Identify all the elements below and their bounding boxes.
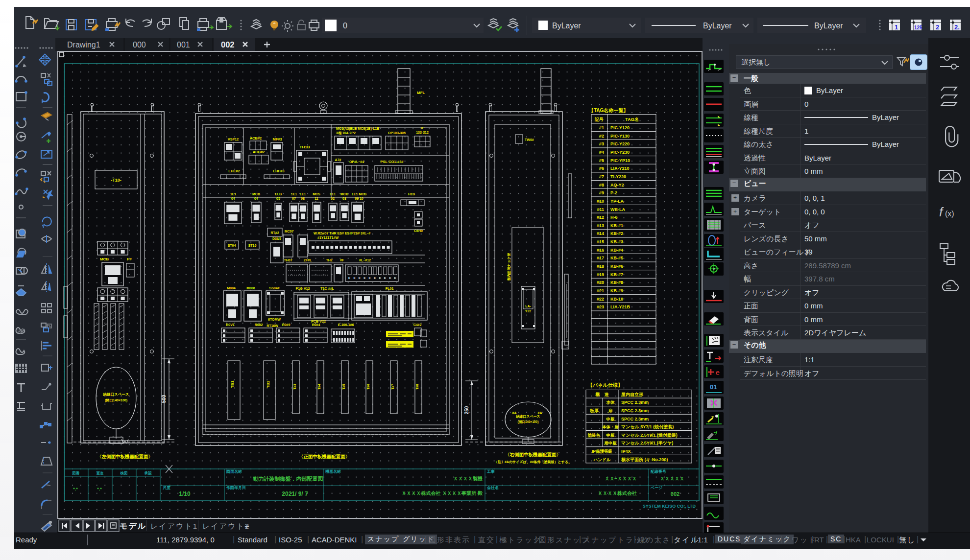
svg-text:ACB#2: ACB#2 [253,150,265,154]
svg-text:レイアウト2: レイアウト2 [202,522,250,530]
svg-text:f: f [939,205,944,219]
svg-text:#6: #6 [599,166,604,171]
svg-text:04: 04 [231,197,235,200]
svg-text:E: E [384,277,386,280]
svg-text:E: E [348,277,350,280]
svg-text:#F: #F [340,258,344,262]
svg-text:E: E [379,277,381,280]
svg-text:#21: #21 [597,288,604,293]
svg-text:125: 125 [914,25,922,30]
svg-text:#5: #5 [599,158,604,163]
svg-text:記号: 記号 [594,117,604,122]
svg-text:T#4: T#4 [317,384,321,390]
svg-text:PSL CO1-#3#: PSL CO1-#3# [381,160,404,164]
svg-text:P-2: P-2 [610,190,617,195]
svg-text:PIC-Y220: PIC-Y220 [610,141,630,146]
svg-text:KB-#4: KB-#4 [610,248,623,253]
svg-text:本体・扉: 本体・扉 [602,424,619,429]
svg-text:KB-#3: KB-#3 [610,239,623,244]
svg-text:MC6(A3)ELB MC6(1B)-L1B: MC6(A3)ELB MC6(1B)-L1B [336,127,379,131]
svg-text:#15: #15 [597,239,604,244]
svg-text:SPCC 2.3mm: SPCC 2.3mm [621,408,649,413]
svg-text:2F#L: 2F#L [304,258,312,262]
svg-text:001: 001 [177,41,190,49]
svg-text:ByLayer: ByLayer [703,22,732,30]
svg-text:MCS: MCS [313,192,320,196]
svg-text:YP-LA: YP-LA [610,199,624,204]
svg-text:T#7: T#7 [391,384,394,390]
svg-text:A7#: A7# [335,158,341,162]
svg-text:SYSTEM KEISO CO;, LTD: SYSTEM KEISO CO;, LTD [643,504,696,509]
svg-text:6TOMW: 6TOMW [268,318,281,321]
svg-text:TH1B: TH1B [300,145,310,149]
svg-text:SPCC 2.3mm: SPCC 2.3mm [621,400,649,405]
svg-text:#3: #3 [599,141,604,146]
svg-text:133-312: 133-312 [416,131,429,134]
svg-text:T#6: T#6 [366,384,370,390]
svg-text:#A: #A [538,411,542,415]
svg-text:塗装色: 塗装色 [587,433,600,438]
svg-text:〈右側面中板機器配置図〉: 〈右側面中板機器配置図〉 [505,452,561,457]
svg-text:マンセル 5Y7/1 (焼付塗装): マンセル 5Y7/1 (焼付塗装) [621,424,674,429]
svg-text:2021/ 9/ 7: 2021/ 9/ 7 [282,490,308,497]
svg-text:機器名称: 機器名称 [325,469,341,474]
svg-text:250: 250 [464,406,469,414]
svg-text:工事: 工事 [486,469,495,474]
svg-text:R002: R002 [255,323,263,327]
svg-text:M006: M006 [246,286,255,290]
svg-text:作図年月日: 作図年月日 [226,486,246,490]
svg-text:ＸＸＸＸ製機: ＸＸＸＸ製機 [453,476,483,481]
svg-text:MCB: MCB [340,192,348,196]
svg-text:(開口140×100): (開口140×100) [518,420,539,424]
svg-text:本体: 本体 [606,400,615,405]
svg-text:VS#12: VS#12 [228,137,239,141]
svg-text:結線口スペース: 結線口スペース [102,392,129,397]
svg-text:ByLayer: ByLayer [552,22,581,30]
svg-text:KB-#7: KB-#7 [610,272,623,277]
svg-text:(開口140×100): (開口140×100) [105,398,127,402]
svg-text:〈正面中板機器配置図〉: 〈正面中板機器配置図〉 [299,454,350,459]
svg-text:板厚: 板厚 [589,408,599,413]
svg-text:#11: #11 [597,207,604,212]
svg-text:#2: #2 [599,134,604,139]
svg-text:#1: #1 [599,125,604,130]
svg-text:LIA-Y21B: LIA-Y21B [610,304,630,309]
svg-text:ＸＸＸＸＸ: ＸＸＸＸＸ [660,476,684,481]
svg-text:KB-#8: KB-#8 [610,280,623,285]
svg-text:E: E [374,277,376,280]
svg-text:#16: #16 [597,248,604,253]
svg-text:C4#2: C4#2 [413,323,422,327]
svg-text:T#3: T#3 [293,384,296,390]
svg-text:LHE#2: LHE#2 [228,169,240,173]
svg-text:03: 03 [342,197,346,200]
svg-text:SS04#: SS04# [269,286,279,290]
svg-text:KB-10: KB-10 [610,297,623,302]
svg-text:横水平面所 (キ-No.200): 横水平面所 (キ-No.200) [621,457,668,462]
svg-text:#4: #4 [599,150,604,155]
svg-text:MF#3: MF#3 [272,137,282,141]
svg-text:E: E [389,277,391,280]
svg-text:〈左側面中板機器配置図〉: 〈左側面中板機器配置図〉 [97,454,153,459]
svg-text:000: 000 [133,41,146,49]
svg-text:1E1: 1E1 [330,192,336,196]
svg-text:E: E [369,277,371,280]
svg-text:ST04: ST04 [228,244,236,247]
svg-text:#23: #23 [597,304,604,309]
svg-text:尺度: 尺度 [162,485,170,490]
svg-text:モデル: モデル [120,522,146,530]
svg-text:図面名称: 図面名称 [226,469,242,474]
svg-text:動力計装制御盤．内部配置図: 動力計装制御盤．内部配置図 [253,476,323,482]
svg-text:#14: #14 [597,231,604,236]
svg-text:T1C-##L: T1C-##L [320,287,334,290]
svg-text:+: + [244,522,249,531]
svg-text:図番: 図番 [73,471,80,475]
svg-text:1/10: 1/10 [179,490,191,497]
svg-text:検図: 検図 [120,471,128,475]
svg-text:R0V1: R0V1 [226,323,235,327]
svg-text:*.*: *.* [97,487,102,491]
svg-text:*.*: *.* [73,487,78,491]
svg-text:08: 08 [301,197,305,200]
svg-text:マンセル 2.5Y9/1 (焼付塗装): マンセル 2.5Y9/1 (焼付塗装) [621,433,678,438]
svg-text:SPCC 2.3mm: SPCC 2.3mm [621,417,649,421]
svg-text:#19: #19 [597,272,604,277]
